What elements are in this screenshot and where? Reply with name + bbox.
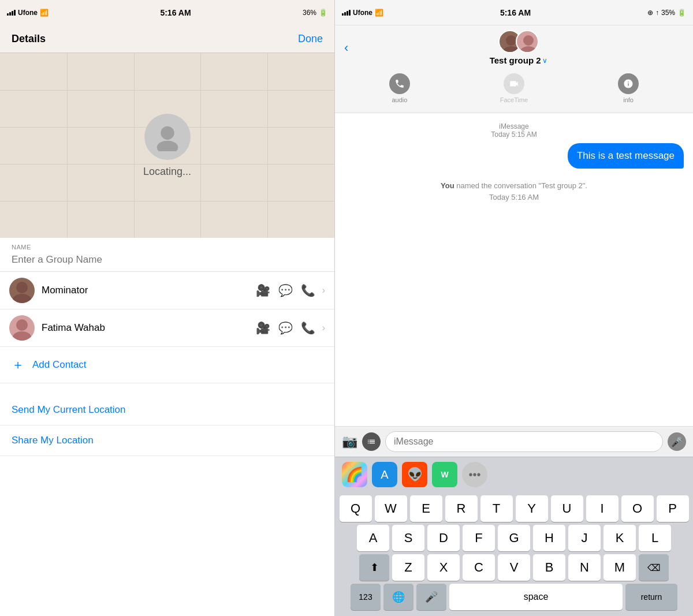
message-input[interactable] — [385, 431, 663, 452]
messages-area: iMessage Today 5:15 AM This is a test me… — [335, 113, 693, 426]
system-msg-body: named the conversation "Test group 2". — [456, 181, 587, 190]
camera-icon[interactable]: 📷 — [342, 434, 357, 449]
add-contact-label: Add Contact — [32, 359, 87, 371]
outgoing-message-row: This is a test message — [344, 143, 684, 169]
key-p[interactable]: P — [657, 495, 689, 522]
message-icon-fatima[interactable]: 💬 — [278, 321, 293, 335]
wifi-icon-right: 📶 — [375, 9, 383, 17]
carrier-right: Ufone — [353, 9, 372, 17]
key-i[interactable]: I — [586, 495, 619, 522]
battery-right: 35% — [661, 9, 675, 17]
key-s[interactable]: S — [392, 525, 424, 551]
key-l[interactable]: L — [639, 525, 671, 551]
locating-text: Locating... — [143, 166, 191, 178]
left-status-bar: Ufone 📶 5:16 AM 36% 🔋 — [0, 0, 334, 25]
key-j[interactable]: J — [568, 525, 601, 551]
key-m[interactable]: M — [603, 554, 636, 581]
key-n[interactable]: N — [568, 554, 601, 581]
mominator-avatar — [9, 278, 35, 303]
phone-icon-mominator[interactable]: 📞 — [301, 283, 315, 297]
svg-point-6 — [506, 35, 516, 46]
contacts-list: Mominator 🎥 💬 📞 › Fatima Wahab 🎥 💬 📞 — [0, 272, 334, 616]
name-label: NAME — [12, 244, 323, 251]
key-e[interactable]: E — [410, 495, 442, 522]
system-message: You named the conversation "Test group 2… — [344, 180, 684, 203]
key-y[interactable]: Y — [516, 495, 548, 522]
video-icon-mominator[interactable]: 🎥 — [256, 283, 270, 297]
key-q[interactable]: Q — [340, 495, 372, 522]
keyboard-row-3: ⬆ Z X C V B N M ⌫ — [337, 554, 691, 581]
share-location-item[interactable]: Share My Location — [0, 425, 334, 456]
outgoing-bubble: This is a test message — [568, 143, 684, 169]
group-name-chevron[interactable]: ∨ — [542, 57, 547, 65]
name-section: NAME — [0, 238, 334, 272]
key-z[interactable]: Z — [392, 554, 424, 581]
key-x[interactable]: X — [427, 554, 460, 581]
wifi-icon-left: 📶 — [40, 9, 49, 17]
left-panel: Ufone 📶 5:16 AM 36% 🔋 Details Done — [0, 0, 335, 616]
key-t[interactable]: T — [480, 495, 513, 522]
signal-bars — [7, 10, 16, 16]
contact-item-fatima[interactable]: Fatima Wahab 🎥 💬 📞 › — [0, 309, 334, 347]
photos-app-icon[interactable]: 🌈 — [342, 462, 367, 487]
more-apps-btn[interactable]: ••• — [462, 462, 487, 487]
key-u[interactable]: U — [551, 495, 583, 522]
right-status-bar: Ufone 📶 5:16 AM ⊕ ↑ 35% 🔋 — [335, 0, 693, 25]
fatima-actions: 🎥 💬 📞 — [256, 321, 315, 335]
right-panel: Ufone 📶 5:16 AM ⊕ ↑ 35% 🔋 ‹ — [335, 0, 693, 616]
key-k[interactable]: K — [603, 525, 636, 551]
send-location-item[interactable]: Send My Current Location — [0, 395, 334, 425]
chevron-fatima: › — [322, 323, 325, 333]
key-o[interactable]: O — [621, 495, 654, 522]
phone-icon-fatima[interactable]: 📞 — [301, 321, 315, 335]
audio-action[interactable]: audio — [389, 73, 410, 103]
message-icon-mominator[interactable]: 💬 — [278, 283, 293, 297]
app-store-btn[interactable] — [362, 432, 381, 451]
details-title: Details — [12, 33, 46, 45]
svg-point-5 — [13, 331, 31, 341]
key-globe[interactable]: 🌐 — [383, 584, 413, 610]
key-v[interactable]: V — [498, 554, 530, 581]
appstore-app-icon[interactable]: A — [372, 462, 397, 487]
back-button[interactable]: ‹ — [344, 40, 348, 55]
group-avatar-2 — [516, 30, 539, 53]
key-f[interactable]: F — [463, 525, 495, 551]
key-delete[interactable]: ⌫ — [639, 554, 669, 581]
key-return[interactable]: return — [625, 584, 677, 610]
input-bar: 📷 🎤 — [335, 426, 693, 457]
key-space[interactable]: space — [449, 584, 623, 610]
carrier-left: Ufone — [18, 9, 38, 17]
key-r[interactable]: R — [445, 495, 478, 522]
mic-button[interactable]: 🎤 — [668, 432, 686, 451]
share-location-link[interactable]: Share My Location — [12, 435, 94, 446]
battery-left: 36% — [303, 9, 316, 17]
left-status-left: Ufone 📶 — [7, 9, 49, 17]
video-icon-fatima[interactable]: 🎥 — [256, 321, 270, 335]
battery-icon-right: 🔋 — [677, 9, 686, 17]
key-b[interactable]: B — [533, 554, 565, 581]
send-location-link[interactable]: Send My Current Location — [12, 404, 126, 415]
key-mic[interactable]: 🎤 — [416, 584, 446, 610]
info-action[interactable]: info — [618, 73, 639, 103]
key-h[interactable]: H — [533, 525, 565, 551]
svg-point-3 — [13, 294, 31, 303]
key-a[interactable]: A — [357, 525, 389, 551]
add-contact-row[interactable]: ＋ Add Contact — [0, 347, 334, 383]
key-numbers[interactable]: 123 — [351, 584, 381, 610]
reddit-app-icon[interactable]: 👽 — [402, 462, 427, 487]
key-shift[interactable]: ⬆ — [359, 554, 389, 581]
you-label: You — [441, 181, 454, 190]
contact-item-mominator[interactable]: Mominator 🎥 💬 📞 › — [0, 272, 334, 309]
svg-point-9 — [520, 46, 536, 53]
key-d[interactable]: D — [427, 525, 460, 551]
group-name-input[interactable] — [12, 251, 323, 269]
svg-point-8 — [523, 35, 534, 46]
map-area: Locating... — [0, 53, 334, 238]
right-nav: ‹ — [335, 25, 693, 113]
key-w[interactable]: W — [375, 495, 407, 522]
wordbrain-app-icon[interactable]: W — [432, 462, 457, 487]
key-g[interactable]: G — [498, 525, 530, 551]
facetime-action[interactable]: FaceTime — [500, 73, 528, 103]
key-c[interactable]: C — [463, 554, 495, 581]
done-button[interactable]: Done — [298, 33, 323, 45]
